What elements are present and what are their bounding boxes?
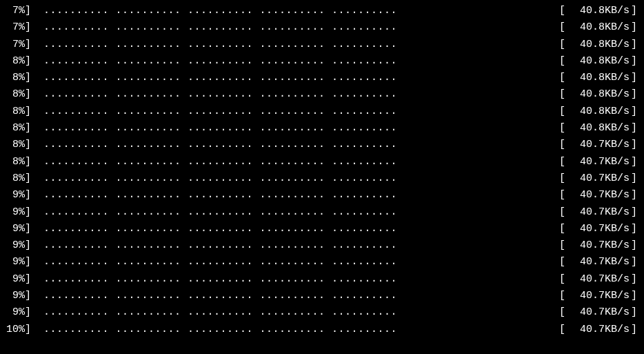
- download-speed: 40.8KB/s: [565, 37, 631, 53]
- progress-line: 7%].......... .......... .......... ....…: [0, 37, 644, 53]
- bracket-close: ]: [631, 322, 644, 338]
- download-speed: 40.7KB/s: [565, 154, 631, 170]
- progress-percent: 8%]: [0, 137, 31, 153]
- download-speed: 40.7KB/s: [565, 288, 631, 304]
- bracket-open: [: [554, 104, 565, 120]
- progress-percent: 10%]: [0, 322, 31, 338]
- progress-line: 9%].......... .......... .......... ....…: [0, 187, 644, 204]
- progress-dots: .......... .......... .......... .......…: [31, 53, 397, 70]
- bracket-close: ]: [631, 154, 644, 170]
- bracket-open: [: [554, 221, 565, 237]
- bracket-close: ]: [631, 53, 644, 70]
- bracket-close: ]: [631, 70, 644, 86]
- bracket-close: ]: [631, 137, 644, 153]
- progress-dots: .......... .......... .......... .......…: [31, 237, 397, 254]
- progress-dots: .......... .......... .......... .......…: [31, 120, 397, 137]
- progress-dots: .......... .......... .......... .......…: [31, 86, 397, 103]
- bracket-open: [: [554, 154, 565, 170]
- progress-line: 9%].......... .......... .......... ....…: [0, 304, 644, 321]
- bracket-close: ]: [631, 19, 644, 36]
- download-speed: 40.8KB/s: [565, 3, 631, 19]
- progress-percent: 9%]: [0, 254, 31, 271]
- bracket-open: [: [554, 3, 565, 19]
- bracket-open: [: [554, 271, 565, 288]
- bracket-close: ]: [631, 86, 644, 103]
- bracket-close: ]: [631, 221, 644, 237]
- bracket-close: ]: [631, 3, 644, 19]
- progress-percent: 9%]: [0, 304, 31, 321]
- progress-dots: .......... .......... .......... .......…: [31, 304, 397, 321]
- progress-dots: .......... .......... .......... .......…: [31, 137, 397, 153]
- download-speed: 40.8KB/s: [565, 104, 631, 120]
- bracket-open: [: [554, 137, 565, 153]
- progress-line: 8%].......... .......... .......... ....…: [0, 70, 644, 86]
- download-speed: 40.7KB/s: [565, 254, 631, 271]
- progress-line: 10%].......... .......... .......... ...…: [0, 322, 644, 338]
- progress-dots: .......... .......... .......... .......…: [31, 3, 397, 19]
- bracket-close: ]: [631, 271, 644, 288]
- bracket-close: ]: [631, 304, 644, 321]
- progress-percent: 7%]: [0, 3, 31, 19]
- download-speed: 40.7KB/s: [565, 137, 631, 153]
- bracket-open: [: [554, 288, 565, 304]
- bracket-open: [: [554, 237, 565, 254]
- progress-percent: 9%]: [0, 237, 31, 254]
- bracket-close: ]: [631, 37, 644, 53]
- progress-line: 8%].......... .......... .......... ....…: [0, 170, 644, 187]
- bracket-open: [: [554, 86, 565, 103]
- progress-percent: 8%]: [0, 53, 31, 70]
- bracket-open: [: [554, 322, 565, 338]
- bracket-close: ]: [631, 120, 644, 137]
- progress-percent: 9%]: [0, 221, 31, 237]
- progress-dots: .......... .......... .......... .......…: [31, 271, 397, 288]
- progress-dots: .......... .......... .......... .......…: [31, 254, 397, 271]
- download-speed: 40.7KB/s: [565, 170, 631, 187]
- progress-line: 9%].......... .......... .......... ....…: [0, 204, 644, 221]
- progress-dots: .......... .......... .......... .......…: [31, 187, 397, 204]
- progress-percent: 8%]: [0, 104, 31, 120]
- progress-percent: 8%]: [0, 154, 31, 170]
- progress-line: 8%].......... .......... .......... ....…: [0, 104, 644, 120]
- bracket-open: [: [554, 37, 565, 53]
- progress-dots: .......... .......... .......... .......…: [31, 19, 397, 36]
- download-speed: 40.7KB/s: [565, 204, 631, 221]
- progress-dots: .......... .......... .......... .......…: [31, 104, 397, 120]
- download-speed: 40.7KB/s: [565, 322, 631, 338]
- bracket-close: ]: [631, 104, 644, 120]
- progress-percent: 7%]: [0, 37, 31, 53]
- progress-line: 8%].......... .......... .......... ....…: [0, 137, 644, 153]
- download-speed: 40.7KB/s: [565, 237, 631, 254]
- progress-dots: .......... .......... .......... .......…: [31, 221, 397, 237]
- progress-line: 8%].......... .......... .......... ....…: [0, 53, 644, 70]
- bracket-open: [: [554, 170, 565, 187]
- progress-line: 9%].......... .......... .......... ....…: [0, 288, 644, 304]
- bracket-close: ]: [631, 187, 644, 204]
- progress-percent: 9%]: [0, 204, 31, 221]
- progress-percent: 8%]: [0, 170, 31, 187]
- download-speed: 40.7KB/s: [565, 187, 631, 204]
- progress-line: 8%].......... .......... .......... ....…: [0, 120, 644, 137]
- download-speed: 40.7KB/s: [565, 221, 631, 237]
- bracket-open: [: [554, 120, 565, 137]
- bracket-close: ]: [631, 237, 644, 254]
- progress-percent: 8%]: [0, 120, 31, 137]
- progress-percent: 8%]: [0, 70, 31, 86]
- progress-line: 9%].......... .......... .......... ....…: [0, 237, 644, 254]
- bracket-close: ]: [631, 204, 644, 221]
- bracket-close: ]: [631, 288, 644, 304]
- bracket-open: [: [554, 70, 565, 86]
- bracket-open: [: [554, 304, 565, 321]
- download-speed: 40.8KB/s: [565, 19, 631, 36]
- bracket-close: ]: [631, 170, 644, 187]
- progress-line: 7%].......... .......... .......... ....…: [0, 19, 644, 36]
- progress-dots: .......... .......... .......... .......…: [31, 170, 397, 187]
- progress-dots: .......... .......... .......... .......…: [31, 154, 397, 170]
- progress-percent: 9%]: [0, 187, 31, 204]
- progress-dots: .......... .......... .......... .......…: [31, 322, 397, 338]
- download-speed: 40.8KB/s: [565, 70, 631, 86]
- progress-percent: 7%]: [0, 19, 31, 36]
- progress-dots: .......... .......... .......... .......…: [31, 70, 397, 86]
- progress-dots: .......... .......... .......... .......…: [31, 204, 397, 221]
- bracket-close: ]: [631, 254, 644, 271]
- progress-line: 7%].......... .......... .......... ....…: [0, 3, 644, 19]
